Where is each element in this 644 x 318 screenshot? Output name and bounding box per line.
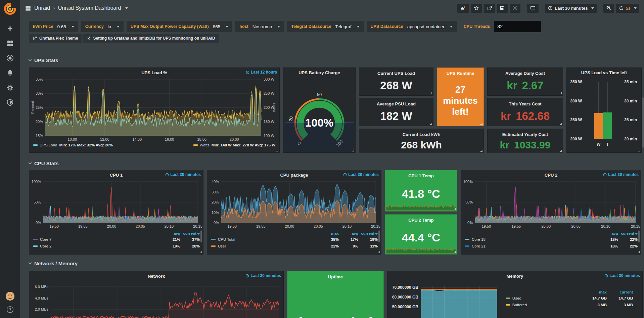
resize-handle[interactable] <box>430 92 432 94</box>
legend-scrollbar[interactable] <box>378 230 380 242</box>
svg-text:19:50: 19:50 <box>482 224 491 228</box>
help-icon[interactable]: ? <box>6 306 14 313</box>
explore-compass-icon[interactable] <box>6 54 14 62</box>
svg-text:W: W <box>597 142 601 147</box>
variable-telegraf-datasource[interactable]: Telegraf DatasourceTelegraf <box>287 21 363 32</box>
panel-time-range[interactable]: Last 30 minutes <box>245 273 281 278</box>
legend-row: Used14.7 GB14.7 GB <box>506 295 633 302</box>
panel-time-range[interactable]: Last 30 minutes <box>343 172 379 177</box>
panel-cpu-package: CPU package Last 30 minutes 40%30%20%10%… <box>207 170 381 255</box>
svg-text:19:50: 19:50 <box>227 224 237 228</box>
svg-text:20:10: 20:10 <box>165 224 174 228</box>
save-button[interactable] <box>497 4 508 13</box>
breadcrumb-group[interactable]: Unraid <box>34 5 50 11</box>
variable-kwh-price[interactable]: kWh Price0.65 <box>29 21 78 32</box>
panel-this-years-cost: This Years Cost kr162.68 <box>487 98 563 126</box>
top-nav: Unraid › Unraid System Dashboard <box>20 0 644 16</box>
section-cpu-stats[interactable]: CPU Stats <box>29 161 643 166</box>
svg-text:250 W: 250 W <box>570 118 582 122</box>
series-marker <box>33 239 38 240</box>
share-button[interactable] <box>484 4 495 13</box>
dashboard-grid-icon[interactable] <box>25 5 31 11</box>
section-ups-stats[interactable]: UPS Stats <box>29 57 643 63</box>
legend-row: Core 1818%22% <box>465 236 638 243</box>
panel-title[interactable]: UPS Load % <box>29 68 279 77</box>
sidebar: ? <box>0 0 20 318</box>
add-panel-button[interactable] <box>457 4 469 13</box>
legend-series-watts[interactable]: WattsMin: 148 W Max: 278 W Avg: 175 W <box>193 143 275 147</box>
link-grafana-plex-theme[interactable]: Grafana Plex Theme <box>29 34 82 43</box>
refresh-picker[interactable]: 5s <box>616 4 639 13</box>
page-scrollbar[interactable] <box>642 97 644 148</box>
resize-handle[interactable] <box>638 149 640 151</box>
variable-currency[interactable]: Currencykr <box>81 21 124 32</box>
ups-vs-time-chart[interactable]: 350 W35 min300 W30 min250 W25 min200 W20… <box>567 77 641 151</box>
variable-ups-datasource[interactable]: UPS Datasourceapcupsd-container <box>367 21 457 32</box>
star-button[interactable] <box>471 4 482 13</box>
section-network-memory[interactable]: Network / Memory <box>29 261 643 266</box>
svg-text:50: 50 <box>317 92 322 97</box>
resize-handle[interactable] <box>200 251 202 253</box>
variable-host[interactable]: hostNostromo <box>235 21 284 32</box>
panel-title[interactable]: UPS Battery Charge <box>283 68 355 77</box>
template-variables: kWh Price0.65 Currencykr UPS Max Output … <box>20 16 644 32</box>
link-ups-monitoring-guide[interactable]: Setting up Grafana and InfluxDB for UPS … <box>83 34 219 43</box>
time-range-picker[interactable]: Last 30 minutes <box>545 4 596 13</box>
resize-handle[interactable] <box>480 150 482 152</box>
panel-time-range[interactable]: Last 30 minutes <box>165 172 201 177</box>
network-chart[interactable]: 6.0 MBs4.0 MBs2.0 MBs <box>29 280 283 318</box>
cpu-threads-input[interactable] <box>494 21 541 32</box>
resize-handle[interactable] <box>480 123 482 125</box>
resize-handle[interactable] <box>454 251 456 253</box>
svg-text:35 min: 35 min <box>624 80 637 84</box>
panel-title[interactable]: Memory <box>387 271 642 280</box>
resize-handle[interactable] <box>454 208 456 210</box>
cpu2-chart[interactable]: 100%50%0%19:5019:5520:0020:0520:1020:15 <box>462 179 640 229</box>
resize-handle[interactable] <box>430 123 432 125</box>
panel-time-range[interactable]: Last 30 minutes <box>604 273 640 278</box>
sort-caret-icon <box>635 233 638 235</box>
memory-chart[interactable]: 70.000000 GB60.000000 GB50.000000 GB <box>387 280 498 318</box>
dashboards-icon[interactable] <box>6 40 14 47</box>
admin-shield-icon[interactable] <box>6 99 14 106</box>
svg-text:50.000000 GB: 50.000000 GB <box>392 305 418 309</box>
legend-series-ups-load[interactable]: UPS LoadMin: 17% Max: 32% Avg: 20% <box>33 143 113 147</box>
resize-handle[interactable] <box>378 251 380 253</box>
svg-text:20:05: 20:05 <box>314 224 323 228</box>
svg-text:18:00: 18:00 <box>197 137 206 141</box>
panel-time-range[interactable]: Last 30 minutes <box>603 172 639 177</box>
stat-value: 268 W <box>380 76 412 95</box>
svg-text:19:55: 19:55 <box>512 224 521 228</box>
svg-text:6.0 MBs: 6.0 MBs <box>35 285 49 289</box>
legend-scrollbar[interactable] <box>638 230 640 242</box>
zoom-out-button[interactable] <box>603 4 614 13</box>
cpu-package-chart[interactable]: 40%30%20%10%0%19:5019:5520:0020:0520:102… <box>208 179 380 229</box>
add-icon[interactable] <box>6 25 14 32</box>
ups-load-chart[interactable]: 35%300 W30%250 W25%200 W20%150 W15%100 W… <box>30 77 279 142</box>
resize-handle[interactable] <box>560 92 562 94</box>
alerting-bell-icon[interactable] <box>6 69 14 77</box>
configuration-gear-icon[interactable] <box>6 84 14 91</box>
cpu1-chart[interactable]: 100%50%0%19:5019:5520:0020:0520:1020:15 <box>30 179 202 229</box>
panel-time-range[interactable]: Last 12 hours <box>246 70 277 75</box>
resize-handle[interactable] <box>560 150 562 152</box>
svg-text:20:10: 20:10 <box>342 224 352 228</box>
grafana-logo[interactable] <box>3 2 17 15</box>
settings-gear-button[interactable] <box>510 4 520 13</box>
panel-title[interactable]: UPS Load vs Time left <box>567 68 641 77</box>
tv-mode-button[interactable] <box>527 4 539 13</box>
resize-handle[interactable] <box>638 251 640 253</box>
chevron-down-icon[interactable] <box>125 7 128 9</box>
variable-ups-max-power[interactable]: UPS Max Output Power Capacity (Watt)865 <box>127 21 232 32</box>
user-avatar[interactable] <box>6 292 14 301</box>
legend-scrollbar[interactable] <box>200 230 202 242</box>
resize-handle[interactable] <box>560 123 562 125</box>
svg-text:150 W: 150 W <box>264 120 274 124</box>
ups-load-legend: UPS LoadMin: 17% Max: 32% Avg: 20% Watts… <box>29 142 279 147</box>
svg-text:20:00: 20:00 <box>107 224 117 228</box>
svg-text:100%: 100% <box>463 180 473 184</box>
svg-text:20:15: 20:15 <box>193 224 202 228</box>
dashboard-title[interactable]: Unraid System Dashboard <box>58 5 121 11</box>
resize-handle[interactable] <box>352 149 354 151</box>
resize-handle[interactable] <box>276 149 278 151</box>
